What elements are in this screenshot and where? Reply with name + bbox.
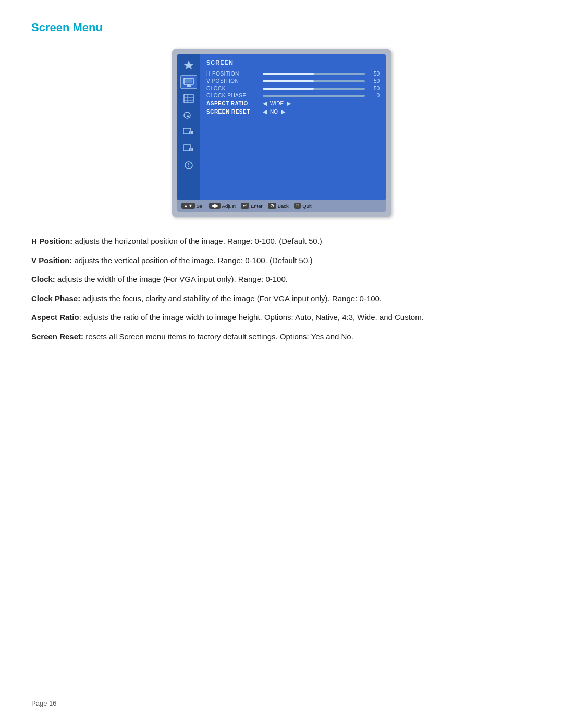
desc-aspect-ratio: Aspect Ratio: adjusts the ratio of the i…: [31, 312, 532, 324]
osd-bar-track-clock: [263, 88, 365, 90]
osd-footer-sel-label: Sel: [197, 203, 204, 209]
desc-clock: Clock: adjusts the width of the image (F…: [31, 274, 532, 286]
osd-btn-adjust: ◀▶: [209, 203, 221, 209]
desc-v-position: V Position: adjusts the vertical positio…: [31, 255, 532, 267]
desc-h-position: H Position: adjusts the horizontal posit…: [31, 236, 532, 248]
page-title: Screen Menu: [31, 21, 532, 34]
desc-clock-phase: Clock Phase: adjusts the focus, clarity …: [31, 293, 532, 305]
sidebar-icon-screen: [180, 75, 197, 89]
desc-screen-reset: Screen Reset: resets all Screen menu ite…: [31, 331, 532, 343]
desc-text-clock: adjusts the width of the image (For VGA …: [55, 275, 288, 283]
desc-term-v-position: V Position:: [31, 256, 72, 265]
osd-label-h-position: H POSITION: [206, 71, 259, 77]
osd-bar-h-position: [263, 73, 365, 75]
osd-select-reset: ◀ NO ▶: [263, 108, 285, 115]
descriptions-section: H Position: adjusts the horizontal posit…: [31, 236, 532, 342]
osd-row-clock: CLOCK 50: [206, 85, 380, 91]
osd-footer-enter-label: Enter: [251, 203, 263, 209]
svg-text:▲: ▲: [186, 113, 190, 118]
osd-value-clock: 50: [369, 85, 380, 91]
osd-footer-quit-label: Quit: [302, 203, 311, 209]
osd-main-content: SCREEN H POSITION 50 V POS: [200, 54, 386, 200]
osd-label-screen-reset: SCREEN RESET: [206, 109, 259, 115]
osd-footer-enter: ↵ Enter: [241, 203, 263, 209]
osd-row-screen-reset: SCREEN RESET ◀ NO ▶: [206, 108, 380, 115]
osd-arrow-left-reset: ◀: [263, 108, 267, 115]
osd-footer-adjust-label: Adjust: [222, 203, 236, 209]
osd-bar-track-v: [263, 80, 365, 82]
osd-label-v-position: V POSITION: [206, 78, 259, 84]
osd-label-clock-phase: CLOCK PHASE: [206, 93, 259, 98]
osd-footer-back-label: Back: [278, 203, 289, 209]
osd-bar-track-cp: [263, 95, 365, 97]
osd-bar-fill-h: [263, 73, 314, 75]
sidebar-icon-settings: [180, 92, 197, 105]
sidebar-icon-pip2: II: [180, 142, 197, 155]
osd-row-clock-phase: CLOCK PHASE 0: [206, 93, 380, 98]
osd-footer-sel: ▲▼ Sel: [181, 203, 204, 209]
svg-marker-0: [184, 61, 193, 69]
osd-bar-fill-clock: [263, 88, 314, 90]
osd-btn-enter: ↵: [241, 203, 249, 209]
svg-rect-5: [184, 94, 193, 103]
page-footer: Page 16: [31, 699, 56, 707]
osd-arrow-right-aspect: ▶: [287, 100, 291, 107]
osd-bar-clock-phase: [263, 95, 365, 97]
osd-row-v-position: V POSITION 50: [206, 78, 380, 84]
desc-text-clock-phase: adjusts the focus, clarity and stability…: [80, 294, 382, 303]
sidebar-icon-osd: [180, 158, 197, 172]
desc-text-v-position: adjusts the vertical position of the ima…: [72, 256, 312, 265]
osd-bar-track-h: [263, 73, 365, 75]
osd-value-h-position: 50: [369, 71, 380, 77]
sidebar-icon-pip1: I: [180, 125, 197, 139]
sidebar-icon-input: ▲: [180, 108, 197, 122]
desc-term-h-position: H Position:: [31, 237, 72, 245]
monitor-diagram: ▲ I II: [31, 49, 532, 217]
osd-arrow-right-reset: ▶: [281, 108, 285, 115]
osd-bar-fill-v: [263, 80, 314, 82]
desc-term-screen-reset: Screen Reset:: [31, 332, 83, 341]
desc-text-aspect-ratio: : adjusts the ratio of the image width t…: [79, 313, 424, 322]
svg-text:II: II: [190, 147, 192, 151]
desc-term-aspect-ratio: Aspect Ratio: [31, 313, 79, 322]
osd-btn-quit: □: [294, 203, 301, 209]
osd-value-clock-phase: 0: [369, 93, 380, 98]
osd-bar-clock: [263, 88, 365, 90]
osd-frame: ▲ I II: [172, 49, 391, 217]
osd-row-h-position: H POSITION 50: [206, 71, 380, 77]
osd-footer-back: ⊙ Back: [268, 203, 289, 209]
osd-value-v-position: 50: [369, 78, 380, 84]
svg-point-19: [188, 166, 189, 167]
osd-footer-quit: □ Quit: [294, 203, 312, 209]
svg-text:I: I: [190, 131, 191, 134]
desc-term-clock: Clock:: [31, 275, 55, 283]
desc-text-h-position: adjusts the horizontal position of the i…: [72, 237, 322, 245]
osd-sidebar: ▲ I II: [177, 54, 200, 200]
osd-val-aspect: WIDE: [270, 100, 284, 107]
desc-term-clock-phase: Clock Phase:: [31, 294, 80, 303]
osd-select-aspect: ◀ WIDE ▶: [263, 100, 291, 107]
osd-row-aspect-ratio: ASPECT RATIO ◀ WIDE ▶: [206, 100, 380, 107]
osd-label-clock: CLOCK: [206, 85, 259, 91]
osd-footer-adjust: ◀▶ Adjust: [209, 203, 236, 209]
osd-btn-sel: ▲▼: [181, 203, 195, 209]
osd-arrow-left-aspect: ◀: [263, 100, 267, 107]
osd-val-reset: NO: [270, 108, 278, 115]
osd-menu-rows: H POSITION 50 V POSITION: [206, 71, 380, 115]
osd-screen-label: SCREEN: [206, 59, 380, 66]
osd-btn-back: ⊙: [268, 203, 276, 209]
osd-screen: ▲ I II: [177, 54, 386, 200]
osd-label-aspect-ratio: ASPECT RATIO: [206, 101, 259, 106]
osd-bar-v-position: [263, 80, 365, 82]
sidebar-icon-brightness: [180, 58, 197, 72]
osd-footer: ▲▼ Sel ◀▶ Adjust ↵ Enter ⊙ Back □ Quit: [177, 200, 386, 212]
svg-rect-4: [185, 79, 192, 83]
desc-text-screen-reset: resets all Screen menu items to factory …: [83, 332, 353, 341]
